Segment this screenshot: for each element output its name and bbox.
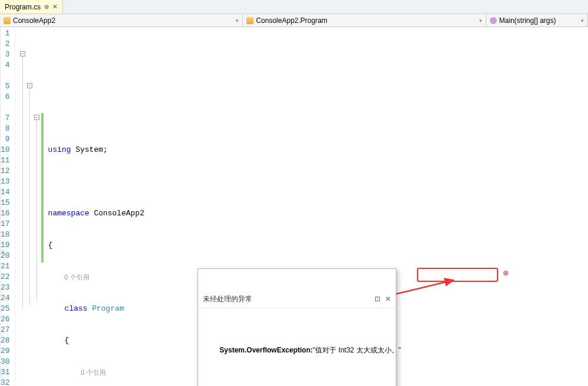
fold-toggle[interactable]: −	[20, 51, 25, 56]
error-icon[interactable]: ⊗	[503, 269, 509, 279]
exception-popup: 未经处理的异常 ⊡ ✕ System.OverflowException:"值对…	[198, 268, 396, 386]
pin-icon[interactable]: ⊕	[44, 4, 49, 10]
nav-class[interactable]: ConsoleApp2.Program ▾	[243, 14, 486, 26]
margin-column: ◇	[0, 27, 1, 386]
popup-body: System.OverflowException:"值对于 Int32 太大或太…	[198, 330, 396, 371]
exception-type: System.OverflowException:	[219, 346, 313, 354]
nav-project-label: ConsoleApp2	[13, 16, 55, 25]
class-icon	[246, 17, 253, 24]
method-icon	[490, 17, 497, 24]
tab-bar: Program.cs ⊕ ✕	[0, 0, 588, 14]
tab-filename: Program.cs	[5, 3, 41, 11]
nav-method-label: Main(string[] args)	[499, 16, 556, 25]
nav-class-label: ConsoleApp2.Program	[256, 16, 327, 25]
popup-pin-icon[interactable]: ⊡	[375, 294, 380, 304]
project-icon	[4, 17, 11, 24]
fold-toggle[interactable]: −	[34, 115, 39, 120]
fold-toggle[interactable]: −	[27, 83, 32, 88]
file-tab[interactable]: Program.cs ⊕ ✕	[0, 0, 63, 14]
chevron-down-icon: ▾	[236, 18, 239, 24]
chevron-down-icon: ▾	[479, 18, 482, 24]
lightbulb-icon[interactable]: ◇	[1, 248, 5, 255]
popup-title: 未经处理的异常	[203, 294, 370, 304]
code-area[interactable]: − − − using System; namespace ConsoleApp…	[15, 27, 588, 386]
close-icon[interactable]: ✕	[52, 3, 58, 11]
nav-project[interactable]: ConsoleApp2 ▾	[0, 14, 243, 26]
exception-message: "值对于 Int32 太大或太小。"	[313, 346, 401, 354]
line-number-gutter: 1234567891011121314151617181920212223242…	[1, 27, 15, 386]
navigation-bar: ConsoleApp2 ▾ ConsoleApp2.Program ▾ Main…	[0, 14, 588, 27]
nav-method[interactable]: Main(string[] args) ▾	[486, 14, 588, 26]
popup-header: 未经处理的异常 ⊡ ✕	[198, 290, 396, 308]
chevron-down-icon: ▾	[581, 18, 584, 24]
editor: ◇ 12345678910111213141516171819202122232…	[0, 27, 588, 386]
popup-close-icon[interactable]: ✕	[385, 294, 391, 304]
